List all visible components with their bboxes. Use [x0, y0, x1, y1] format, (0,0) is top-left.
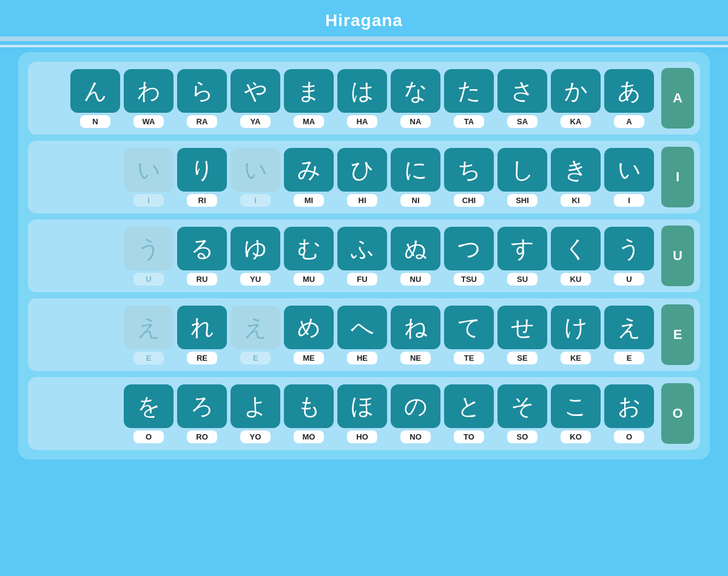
kana-button-4-1[interactable]: ろ	[177, 384, 227, 428]
romaji-label-2-6: TSU	[454, 273, 484, 286]
cells-group-e: えEれREえEめMEへHEねNEてTEせSEけKEえE	[34, 306, 654, 364]
kana-button-4-3[interactable]: も	[284, 384, 334, 428]
kana-button-0-0[interactable]: ん	[70, 69, 120, 113]
romaji-label-4-1: RO	[187, 430, 217, 443]
kana-button-4-5[interactable]: の	[391, 384, 440, 428]
vowel-label-o: O	[661, 383, 694, 444]
romaji-label-1-3: MI	[294, 194, 324, 207]
kana-button-1-4[interactable]: ひ	[337, 148, 387, 192]
romaji-label-0-10: A	[614, 115, 644, 128]
kana-char-0-5: は	[351, 79, 374, 102]
vowel-label-e: E	[661, 304, 694, 365]
romaji-label-0-8: SA	[507, 115, 538, 128]
romaji-label-2-7: SU	[507, 273, 538, 286]
kana-char-1-7: し	[511, 158, 534, 181]
kana-cell-1-0: いI	[124, 148, 174, 207]
kana-button-3-8[interactable]: け	[551, 306, 601, 349]
kana-button-4-9[interactable]: お	[604, 384, 654, 428]
romaji-label-3-1: RE	[187, 352, 217, 364]
kana-cell-4-5: のNO	[391, 384, 440, 443]
romaji-label-4-0: O	[133, 430, 164, 443]
kana-button-1-0[interactable]: い	[124, 148, 174, 192]
romaji-label-3-3: ME	[294, 352, 324, 364]
kana-button-4-7[interactable]: そ	[497, 384, 547, 428]
kana-button-1-3[interactable]: み	[284, 148, 334, 192]
kana-cell-4-4: ほHO	[337, 384, 387, 443]
kana-cell-2-3: むMU	[284, 227, 334, 286]
kana-button-3-5[interactable]: ね	[391, 306, 440, 349]
cells-group-a: んNわWAらRAやYAまMAはHAなNAたTAさSAかKAあA	[34, 69, 654, 128]
kana-cell-1-7: しSHI	[497, 148, 547, 207]
kana-button-2-6[interactable]: つ	[444, 227, 494, 270]
kana-button-2-7[interactable]: す	[497, 227, 547, 270]
kana-button-0-5[interactable]: は	[337, 69, 387, 113]
main-container: んNわWAらRAやYAまMAはHAなNAたTAさSAかKAあAAいIりRIいIみ…	[18, 52, 710, 460]
romaji-label-1-2: I	[240, 194, 271, 207]
kana-button-0-3[interactable]: や	[231, 69, 280, 113]
kana-button-2-1[interactable]: る	[177, 227, 227, 270]
kana-button-2-4[interactable]: ふ	[337, 227, 387, 270]
kana-button-1-9[interactable]: い	[604, 148, 654, 192]
romaji-label-2-4: FU	[347, 273, 377, 286]
kana-button-1-1[interactable]: り	[177, 148, 227, 192]
romaji-label-2-9: U	[614, 273, 644, 286]
kana-cell-3-1: れRE	[177, 306, 227, 364]
kana-button-2-5[interactable]: ぬ	[391, 227, 440, 270]
kana-char-0-3: や	[244, 79, 268, 102]
kana-button-3-3[interactable]: め	[284, 306, 334, 349]
kana-button-0-8[interactable]: さ	[497, 69, 547, 113]
romaji-label-0-2: RA	[187, 115, 217, 128]
kana-char-2-5: ぬ	[404, 237, 428, 260]
kana-char-0-2: ら	[190, 79, 214, 102]
kana-button-0-4[interactable]: ま	[284, 69, 334, 113]
kana-button-1-8[interactable]: き	[551, 148, 601, 192]
kana-button-1-6[interactable]: ち	[444, 148, 494, 192]
kana-button-4-6[interactable]: と	[444, 384, 494, 428]
kana-char-2-6: つ	[457, 237, 481, 260]
kana-button-0-1[interactable]: わ	[124, 69, 174, 113]
kana-button-2-3[interactable]: む	[284, 227, 334, 270]
kana-char-1-8: き	[564, 158, 588, 181]
kana-button-3-2[interactable]: え	[231, 306, 280, 349]
kana-button-3-6[interactable]: て	[444, 306, 494, 349]
kana-button-1-2[interactable]: い	[231, 148, 280, 192]
kana-cell-0-4: まMA	[284, 69, 334, 128]
kana-cell-4-2: よYO	[231, 384, 280, 443]
kana-button-1-7[interactable]: し	[497, 148, 547, 192]
romaji-label-3-0: E	[133, 352, 164, 364]
kana-button-0-7[interactable]: た	[444, 69, 494, 113]
kana-cell-4-7: そSO	[497, 384, 547, 443]
kana-cell-2-7: すSU	[497, 227, 547, 286]
kana-button-3-1[interactable]: れ	[177, 306, 227, 349]
kana-button-3-0[interactable]: え	[124, 306, 174, 349]
kana-button-4-4[interactable]: ほ	[337, 384, 387, 428]
kana-button-2-0[interactable]: う	[124, 227, 174, 270]
kana-cell-4-3: もMO	[284, 384, 334, 443]
kana-cell-3-8: けKE	[551, 306, 601, 364]
kana-button-0-9[interactable]: か	[551, 69, 601, 113]
romaji-label-3-5: NE	[400, 352, 431, 364]
romaji-label-1-1: RI	[187, 194, 217, 207]
page-title: Hiragana	[0, 11, 728, 30]
row-u: うUるRUゆYUむMUふFUぬNUつTSUすSUくKUうUU	[28, 219, 700, 292]
kana-button-0-2[interactable]: ら	[177, 69, 227, 113]
kana-button-1-5[interactable]: に	[391, 148, 440, 192]
kana-cell-0-9: かKA	[551, 69, 601, 128]
kana-button-4-0[interactable]: を	[124, 384, 174, 428]
kana-button-3-7[interactable]: せ	[497, 306, 547, 349]
kana-button-2-9[interactable]: う	[604, 227, 654, 270]
kana-button-3-4[interactable]: へ	[337, 306, 387, 349]
kana-button-0-10[interactable]: あ	[604, 69, 654, 113]
kana-button-4-8[interactable]: こ	[551, 384, 601, 428]
romaji-label-4-2: YO	[240, 430, 271, 443]
row-e: えEれREえEめMEへHEねNEてTEせSEけKEえEE	[28, 298, 700, 371]
kana-button-2-8[interactable]: く	[551, 227, 601, 270]
kana-button-4-2[interactable]: よ	[231, 384, 280, 428]
kana-cell-1-6: ちCHI	[444, 148, 494, 207]
kana-button-3-9[interactable]: え	[604, 306, 654, 349]
kana-char-3-9: え	[618, 316, 641, 339]
kana-char-1-3: み	[297, 158, 321, 181]
kana-button-0-6[interactable]: な	[391, 69, 440, 113]
kana-button-2-2[interactable]: ゆ	[231, 227, 280, 270]
kana-char-1-9: い	[618, 158, 641, 181]
